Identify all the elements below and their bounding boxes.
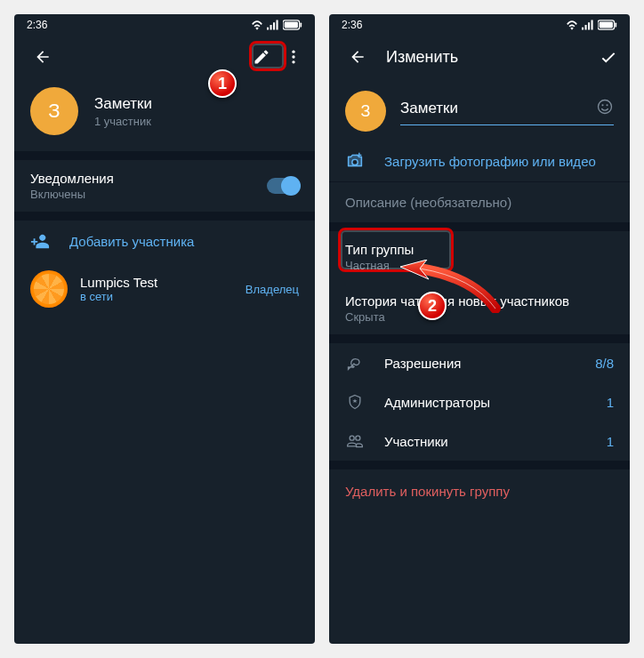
name-input[interactable] <box>400 100 596 117</box>
svg-rect-8 <box>615 22 616 27</box>
status-time: 2:36 <box>27 19 47 31</box>
members-label: Участники <box>384 434 587 449</box>
notifications-toggle[interactable] <box>267 178 299 194</box>
section-divider <box>14 151 315 160</box>
avatar[interactable]: З <box>345 91 386 132</box>
wifi-icon <box>251 20 263 30</box>
phone-right: 2:36 Изменить З Загрузить фотографию или… <box>329 14 630 644</box>
signal-icon <box>582 20 594 30</box>
header-title: Изменить <box>374 48 592 67</box>
member-avatar <box>30 270 68 308</box>
callout-badge-1: 1 <box>208 69 237 98</box>
permissions-label: Разрешения <box>384 356 576 371</box>
svg-point-4 <box>292 55 294 58</box>
key-icon <box>346 354 364 372</box>
notifications-label: Уведомления <box>30 171 114 186</box>
emoji-icon[interactable] <box>596 98 614 119</box>
admins-label: Администраторы <box>384 395 587 410</box>
permissions-value: 8/8 <box>595 356 614 371</box>
permissions-row[interactable]: Разрешения 8/8 <box>329 343 630 382</box>
member-status: в сети <box>80 290 233 303</box>
group-name: Заметки <box>94 95 152 113</box>
header: Изменить <box>329 36 630 78</box>
phone-left: 2:36 З Заметки 1 участник Уведомления Вк… <box>14 14 315 644</box>
admins-value: 1 <box>607 395 614 410</box>
back-button[interactable] <box>27 41 59 73</box>
upload-photo-button[interactable]: Загрузить фотографию или видео <box>329 140 630 181</box>
more-vert-icon <box>285 48 302 66</box>
statusbar: 2:36 <box>14 14 315 36</box>
check-icon <box>599 47 618 67</box>
svg-point-3 <box>292 51 294 53</box>
member-name: Lumpics Test <box>80 275 233 290</box>
section-divider <box>329 334 630 343</box>
notifications-row[interactable]: Уведомления Включены <box>14 160 315 212</box>
section-divider <box>14 212 315 221</box>
status-time: 2:36 <box>342 19 362 31</box>
done-button[interactable] <box>592 41 624 73</box>
battery-icon <box>283 20 302 30</box>
upload-photo-label: Загрузить фотографию или видео <box>384 154 614 169</box>
wifi-icon <box>566 20 578 30</box>
delete-group-button[interactable]: Удалить и покинуть группу <box>329 469 630 513</box>
arrow-left-icon <box>34 48 52 66</box>
group-profile: З Заметки 1 участник <box>14 78 315 151</box>
svg-point-11 <box>607 104 608 106</box>
statusbar: 2:36 <box>329 14 630 36</box>
add-user-icon <box>30 231 50 251</box>
camera-plus-icon <box>345 151 365 171</box>
description-input[interactable]: Описание (необязательно) <box>329 182 630 222</box>
admins-row[interactable]: Администраторы 1 <box>329 382 630 421</box>
add-member-label: Добавить участника <box>69 234 299 249</box>
group-members-count: 1 участник <box>94 115 152 128</box>
back-button[interactable] <box>342 41 374 73</box>
notifications-state: Включены <box>30 188 114 201</box>
callout-arrow <box>393 260 509 313</box>
arrow-left-icon <box>349 48 366 66</box>
callout-box-1 <box>249 41 286 71</box>
member-row[interactable]: Lumpics Test в сети Владелец <box>14 261 315 317</box>
battery-icon <box>598 20 617 30</box>
svg-rect-2 <box>300 22 302 27</box>
svg-point-9 <box>599 100 612 113</box>
members-row[interactable]: Участники 1 <box>329 421 630 461</box>
members-value: 1 <box>607 434 614 449</box>
name-input-wrapper <box>400 98 614 125</box>
signal-icon <box>267 20 279 30</box>
add-member-button[interactable]: Добавить участника <box>14 221 315 261</box>
svg-rect-1 <box>285 22 298 28</box>
users-icon <box>346 432 364 450</box>
svg-rect-7 <box>600 22 613 28</box>
svg-point-5 <box>292 60 294 63</box>
member-role: Владелец <box>246 283 299 296</box>
section-divider <box>329 461 630 469</box>
svg-point-10 <box>602 104 604 106</box>
shield-star-icon <box>346 393 364 411</box>
edit-name-row: З <box>329 78 630 140</box>
avatar: З <box>30 87 78 135</box>
